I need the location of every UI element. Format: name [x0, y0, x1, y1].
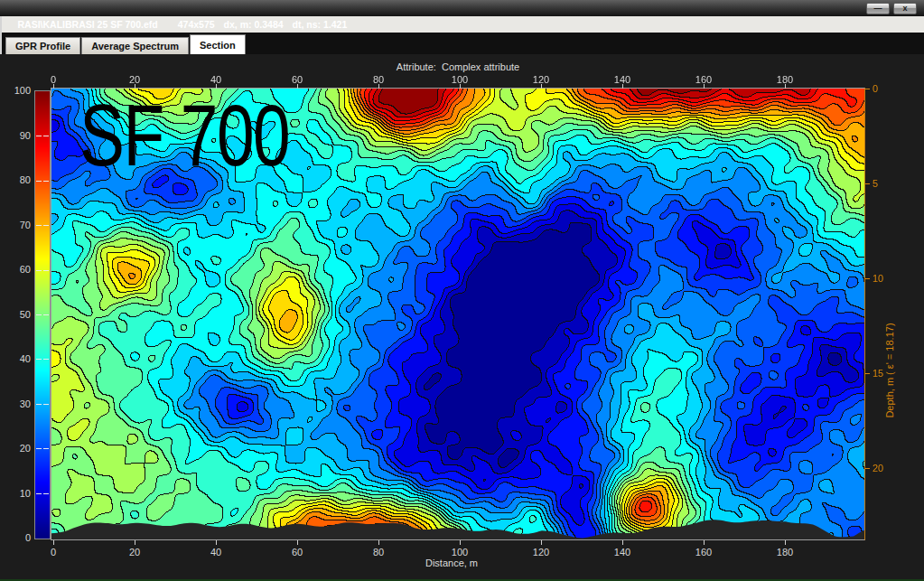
amplitude-tick-label: 100 — [2, 85, 31, 96]
depth-tick-label: 20 — [873, 463, 883, 473]
window-title: RASI\KALIBRASI 25 SF 700.efd — [18, 19, 158, 30]
x-axis-tick-mark — [53, 540, 54, 545]
x-axis-tick-label: 180 — [777, 547, 793, 558]
x-axis-tick-mark — [704, 540, 705, 545]
x-axis-tick-label: 0 — [51, 74, 56, 85]
x-axis-tick-label: 120 — [533, 547, 549, 558]
x-axis-tick-mark — [460, 540, 461, 545]
x-axis-tick-label: 0 — [51, 547, 56, 558]
x-axis-tick-label: 140 — [614, 547, 630, 558]
window-size-info: 474x575 — [178, 19, 215, 30]
amplitude-tick-label: 10 — [2, 488, 31, 499]
depth-tick-label: 10 — [873, 273, 883, 284]
amplitude-tick-label: 20 — [2, 443, 31, 454]
colorbar — [34, 90, 51, 539]
x-axis-tick-label: 100 — [452, 74, 468, 85]
x-axis-tick-label: 100 — [452, 547, 468, 558]
attribute-label: Attribute: Complex attribute — [397, 61, 519, 72]
sf700-overlay-label: SF 700 — [79, 92, 289, 179]
x-axis-tick-mark — [541, 540, 542, 545]
x-axis-tick-label: 60 — [292, 74, 303, 85]
window-dx-info: dx, m: 0.3484 — [224, 19, 284, 30]
amplitude-tick-label: 50 — [2, 309, 31, 320]
x-axis-tick-label: 60 — [292, 547, 303, 558]
depth-tick-mark — [865, 468, 870, 469]
depth-tick-mark — [865, 183, 870, 184]
depth-tick-label: 5 — [873, 178, 878, 189]
depth-tick-label: 0 — [873, 83, 878, 94]
amplitude-tick-label: 80 — [2, 174, 31, 185]
depth-tick-mark — [865, 89, 870, 89]
x-axis-tick-label: 140 — [614, 74, 630, 85]
x-axis-tick-mark — [216, 540, 217, 545]
amplitude-tick-label: 60 — [2, 264, 31, 275]
x-axis-tick-label: 160 — [695, 74, 712, 85]
window-title-text: RASI\KALIBRASI 25 SF 700.efd474x575dx, m… — [2, 0, 356, 49]
x-axis-tick-mark — [135, 540, 135, 545]
amplitude-tick-label: 90 — [2, 130, 31, 141]
amplitude-tick-label: 30 — [2, 398, 31, 409]
minimize-button[interactable]: — — [866, 3, 890, 14]
depth-tick-mark — [865, 373, 870, 374]
amplitude-tick-label: 0 — [2, 532, 31, 543]
depth-tick-label: 15 — [873, 368, 883, 379]
depth-axis-label: Depth, m ( ε' = 18.17) — [884, 323, 895, 417]
amplitude-tick-label: 70 — [2, 220, 31, 230]
close-button[interactable]: x — [893, 3, 917, 14]
app-window: RASI\KALIBRASI 25 SF 700.efd474x575dx, m… — [0, 0, 924, 581]
window-titlebar[interactable]: RASI\KALIBRASI 25 SF 700.efd474x575dx, m… — [0, 0, 924, 16]
section-view: Attribute: Complex attribute SF 700 Dist… — [0, 54, 924, 581]
depth-tick-mark — [865, 278, 870, 279]
x-axis-tick-label: 80 — [373, 547, 384, 558]
x-axis-tick-label: 20 — [129, 74, 140, 85]
x-axis-tick-label: 40 — [210, 74, 221, 85]
x-axis-tick-label: 120 — [533, 74, 549, 85]
x-axis-tick-mark — [622, 540, 623, 545]
x-axis-tick-label: 40 — [210, 547, 221, 558]
amplitude-tick-label: 40 — [2, 353, 31, 364]
x-axis-tick-label: 180 — [777, 74, 793, 85]
x-axis-tick-label: 80 — [373, 74, 384, 85]
x-axis-tick-label: 20 — [129, 547, 140, 558]
x-axis-tick-label: 160 — [695, 547, 712, 558]
x-axis-tick-mark — [297, 540, 298, 545]
x-axis-label: Distance, m — [425, 558, 478, 568]
window-dt-info: dt, ns: 1.421 — [293, 19, 348, 30]
window-left-edge — [0, 16, 2, 54]
x-axis-tick-mark — [378, 540, 379, 545]
x-axis-tick-mark — [785, 540, 786, 545]
